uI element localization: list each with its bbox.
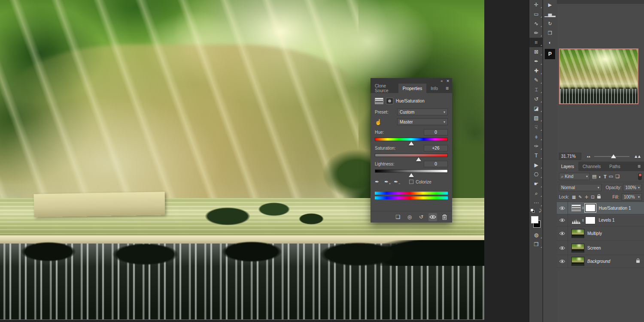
colorize-checkbox[interactable] <box>409 180 413 184</box>
tab-layers[interactable]: Layers <box>557 162 578 171</box>
lock-all-icon[interactable] <box>597 196 601 199</box>
filter-type-layers-icon[interactable]: T <box>604 174 607 179</box>
collapsed-properties-badge[interactable]: P <box>545 49 555 59</box>
mask-link-icon[interactable]: ∞ <box>581 207 585 209</box>
hue-value-field[interactable]: 0 <box>424 129 448 135</box>
colorize-checkbox-wrap[interactable]: Colorize <box>409 180 431 184</box>
eyedropper-add-icon[interactable]: ✒+ <box>384 179 389 185</box>
eyedropper-tool[interactable]: ✒ <box>529 57 543 66</box>
navigator-proxy-view[interactable] <box>559 48 638 104</box>
visibility-eye-icon[interactable] <box>557 214 568 226</box>
saturation-slider-thumb[interactable] <box>416 157 421 161</box>
lasso-tool[interactable]: ∿ <box>529 19 543 28</box>
mask-link-icon[interactable]: ∞ <box>581 219 585 221</box>
visibility-eye-icon[interactable] <box>557 202 568 214</box>
layers-panel-menu-icon[interactable]: ≡ <box>634 162 644 171</box>
close-panel-icon[interactable]: ✕ <box>446 79 450 83</box>
navigator-zoom-slider[interactable] <box>594 156 629 157</box>
swap-colors-icon[interactable]: ⤸ <box>539 208 541 213</box>
saturation-slider[interactable] <box>375 153 448 157</box>
quick-selection-tool[interactable]: ✏ <box>529 28 543 38</box>
visibility-eye-icon[interactable] <box>557 226 568 241</box>
view-previous-state-icon[interactable]: ◎ <box>405 213 414 221</box>
frame-tool[interactable]: ⊠ <box>529 47 543 57</box>
pen-tool[interactable]: ✑ <box>529 141 543 151</box>
history-panel-icon[interactable]: ↻ <box>543 19 557 28</box>
lightness-value-field[interactable]: 0 <box>424 161 448 167</box>
lock-artboard-icon[interactable]: ⊡ <box>591 195 594 199</box>
marquee-tool[interactable]: ▭ <box>529 9 543 19</box>
hand-tool[interactable]: ☛ <box>529 179 543 189</box>
zoom-in-mountains-icon[interactable]: ▲▲ <box>634 154 641 159</box>
clip-to-layer-icon[interactable]: ❏ <box>394 213 402 221</box>
move-tool[interactable]: ✛ <box>529 0 543 9</box>
layer-row-multiply[interactable]: Multiply <box>557 226 644 241</box>
hue-saturation-adjustment-icon[interactable] <box>571 205 581 211</box>
navigator-zoom-thumb[interactable] <box>611 154 616 158</box>
zoom-out-mountains-icon[interactable]: ▲▲ <box>586 155 590 158</box>
layer-mask-thumbnail[interactable] <box>585 217 595 224</box>
layer-row-hue-saturation[interactable]: ∞ Hue/Saturation 1 <box>557 202 644 214</box>
tab-info[interactable]: Info <box>426 84 442 93</box>
eyedropper-sample-icon[interactable]: ✒ <box>375 179 379 185</box>
opacity-select[interactable]: 100%▾ <box>623 184 642 191</box>
filter-smart-objects-icon[interactable]: ❏ <box>615 174 620 179</box>
gradient-tool[interactable]: ▧ <box>529 113 543 123</box>
layer-row-levels[interactable]: ∞ Levels 1 <box>557 214 644 226</box>
lightness-slider[interactable] <box>375 169 448 173</box>
foreground-color-swatch[interactable] <box>531 216 538 223</box>
channel-select[interactable]: Master▾ <box>397 118 448 125</box>
lock-image-icon[interactable]: ✎ <box>578 195 582 199</box>
hue-slider-thumb[interactable] <box>409 141 414 145</box>
tab-clone-source[interactable]: Clone Source <box>371 84 398 93</box>
libraries-panel-icon[interactable]: ❒ <box>543 28 557 38</box>
zoom-tool[interactable]: ⌕ <box>529 189 543 198</box>
blend-mode-select[interactable]: Normal▾ <box>559 184 601 191</box>
navigator-zoom-value[interactable]: 31.71% <box>559 153 581 160</box>
properties-menu-icon[interactable]: ≡ <box>442 84 452 93</box>
tab-paths[interactable]: Paths <box>605 162 625 171</box>
shape-tool[interactable]: ⎔ <box>529 170 543 179</box>
histogram-panel-icon[interactable]: ▁▅▂ <box>543 9 557 19</box>
layer-mask-thumbnail[interactable] <box>585 204 595 212</box>
reset-adjustment-icon[interactable]: ↺ <box>417 213 425 221</box>
eraser-tool[interactable]: ◪ <box>529 104 543 113</box>
mask-view-icon[interactable] <box>386 98 393 104</box>
visibility-eye-icon[interactable] <box>557 241 568 255</box>
layer-filter-kind-select[interactable]: ⌕ Kind ▾ <box>559 173 590 180</box>
tab-channels[interactable]: Channels <box>578 162 605 171</box>
tab-properties[interactable]: Properties <box>398 84 427 93</box>
layer-row-background[interactable]: Background <box>557 255 644 268</box>
adjustment-view-icon[interactable] <box>375 98 383 104</box>
visibility-eye-icon[interactable] <box>428 213 437 221</box>
hue-slider[interactable] <box>375 138 448 141</box>
quick-mask-button[interactable]: ◍ <box>529 230 543 240</box>
history-brush-tool[interactable]: ↺ <box>529 94 543 104</box>
layer-row-screen[interactable]: Screen <box>557 241 644 255</box>
fill-select[interactable]: 100%▾ <box>622 193 642 201</box>
layer-thumbnail[interactable] <box>571 257 584 266</box>
healing-brush-tool[interactable]: ✚ <box>529 66 543 75</box>
toolbar-options-ellipsis[interactable]: ⋯ <box>529 198 543 208</box>
adjustments-panel-icon[interactable]: ◐ <box>543 38 557 47</box>
collapse-panel-icon[interactable]: « <box>440 79 443 83</box>
layer-filtering-toggle[interactable] <box>638 173 642 180</box>
crop-tool[interactable]: ⌗ <box>529 38 543 47</box>
filter-adjustment-layers-icon[interactable]: ◐ <box>598 174 601 179</box>
lock-transparency-icon[interactable]: ▦ <box>572 195 576 199</box>
clone-stamp-tool[interactable]: ⌶ <box>529 85 543 94</box>
filter-shape-layers-icon[interactable]: ▭ <box>609 174 613 179</box>
visibility-eye-icon[interactable] <box>557 255 568 268</box>
layer-thumbnail[interactable] <box>571 229 584 238</box>
trash-icon[interactable] <box>440 213 449 221</box>
default-colors-icon-fg[interactable] <box>531 209 533 211</box>
path-selection-tool[interactable]: ▶ <box>529 160 543 170</box>
saturation-value-field[interactable]: +26 <box>424 145 448 151</box>
lightness-slider-thumb[interactable] <box>409 173 414 177</box>
targeted-adjustment-icon[interactable]: ☝ <box>375 119 383 125</box>
screen-mode-button[interactable]: ❐ <box>529 240 543 249</box>
smudge-tool[interactable]: ☟ <box>529 123 543 132</box>
dodge-tool[interactable]: ⌽ <box>529 132 543 141</box>
lock-position-icon[interactable]: ✛ <box>585 195 588 199</box>
preset-select[interactable]: Custom▾ <box>397 108 448 115</box>
